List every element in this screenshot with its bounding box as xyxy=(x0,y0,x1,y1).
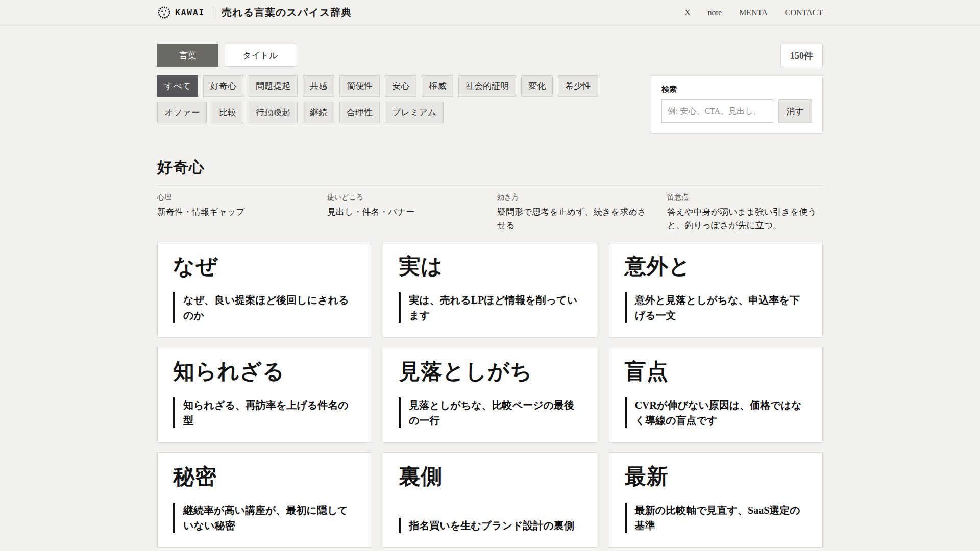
word-card[interactable]: 意外と 意外と見落としがちな、申込率を下げる一文 xyxy=(609,242,823,338)
brand-area: KAWAI 売れる言葉のスパイス辞典 xyxy=(157,6,352,19)
word-card[interactable]: 盲点 CVRが伸びない原因は、価格ではなく導線の盲点です xyxy=(609,347,823,443)
word-card-title: 見落としがち xyxy=(399,360,581,383)
word-card-title: 裏側 xyxy=(399,465,581,488)
filter-offer[interactable]: オファー xyxy=(157,102,207,123)
meta-label: 留意点 xyxy=(667,193,823,202)
meta-how-it-works: 効き方 疑問形で思考を止めず、続きを求めさせる xyxy=(497,193,653,233)
header-divider xyxy=(213,6,213,19)
word-card-example: 実は、売れるLPほど情報を削っています xyxy=(399,292,581,323)
tab-words[interactable]: 言葉 xyxy=(157,44,218,67)
search-input[interactable] xyxy=(662,99,773,123)
meta-where-to-use: 使いどころ 見出し・件名・バナー xyxy=(327,193,483,233)
meta-caution: 留意点 答えや中身が弱いまま強い引きを使うと、釣りっぽさが先に立つ。 xyxy=(667,193,823,233)
word-card-example: CVRが伸びない原因は、価格ではなく導線の盲点です xyxy=(625,397,807,428)
search-panel: 検索 消す xyxy=(651,75,823,134)
filter-authority[interactable]: 権威 xyxy=(422,75,453,97)
filter-continuity[interactable]: 継続 xyxy=(303,102,334,123)
nav-link-x[interactable]: X xyxy=(684,8,691,17)
filter-safety[interactable]: 安心 xyxy=(385,75,416,97)
category-meta: 心理 新奇性・情報ギャップ 使いどころ 見出し・件名・バナー 効き方 疑問形で思… xyxy=(157,193,823,233)
nav-link-menta[interactable]: MENTA xyxy=(739,8,768,17)
word-card-title: 知られざる xyxy=(173,360,355,383)
clear-search-button[interactable]: 消す xyxy=(778,99,812,123)
filter-problem[interactable]: 問題提起 xyxy=(249,75,298,97)
nav-link-contact[interactable]: CONTACT xyxy=(785,8,823,17)
word-card-title: 意外と xyxy=(625,255,807,278)
filter-comparison[interactable]: 比較 xyxy=(212,102,243,123)
section-divider xyxy=(157,185,823,186)
meta-value: 新奇性・情報ギャップ xyxy=(157,206,313,219)
word-card-example: 継続率が高い講座が、最初に隠していない秘密 xyxy=(173,503,355,533)
filter-rationality[interactable]: 合理性 xyxy=(339,102,380,123)
filter-scarcity[interactable]: 希少性 xyxy=(558,75,598,97)
word-card-example: 最新の比較軸で見直す、SaaS選定の基準 xyxy=(625,503,807,533)
word-card[interactable]: 裏側 指名買いを生むブランド設計の裏側 xyxy=(383,452,597,548)
word-card-example: なぜ、良い提案ほど後回しにされるのか xyxy=(173,292,355,323)
meta-label: 心理 xyxy=(157,193,313,202)
meta-value: 見出し・件名・バナー xyxy=(327,206,483,219)
word-card-example: 指名買いを生むブランド設計の裏側 xyxy=(399,518,581,533)
result-count-badge: 150件 xyxy=(780,44,823,67)
filter-premium[interactable]: プレミアム xyxy=(385,102,444,123)
filter-simplicity[interactable]: 簡便性 xyxy=(339,75,380,97)
filter-call-to-action[interactable]: 行動喚起 xyxy=(249,102,298,123)
pixel-face-icon xyxy=(157,6,171,19)
mode-tabs: 言葉 タイトル xyxy=(157,44,296,67)
word-card[interactable]: 知られざる 知られざる、再訪率を上げる件名の型 xyxy=(157,347,371,443)
filter-curiosity[interactable]: 好奇心 xyxy=(203,75,243,97)
tab-titles[interactable]: タイトル xyxy=(225,44,296,67)
filter-social-proof[interactable]: 社会的証明 xyxy=(458,75,516,97)
meta-label: 効き方 xyxy=(497,193,653,202)
word-cards-grid: なぜ なぜ、良い提案ほど後回しにされるのか 実は 実は、売れるLPほど情報を削っ… xyxy=(157,242,823,551)
word-card-title: 盲点 xyxy=(625,360,807,383)
word-card-title: 実は xyxy=(399,255,581,278)
nav-link-note[interactable]: note xyxy=(708,8,722,17)
word-card[interactable]: なぜ なぜ、良い提案ほど後回しにされるのか xyxy=(157,242,371,338)
word-card-example: 見落としがちな、比較ページの最後の一行 xyxy=(399,397,581,428)
word-card[interactable]: 実は 実は、売れるLPほど情報を削っています xyxy=(383,242,597,338)
word-card-example: 意外と見落としがちな、申込率を下げる一文 xyxy=(625,292,807,323)
category-filters: すべて 好奇心 問題提起 共感 簡便性 安心 権威 社会的証明 変化 希少性 オ… xyxy=(157,75,632,123)
section-title: 好奇心 xyxy=(157,157,823,178)
category-section: 好奇心 心理 新奇性・情報ギャップ 使いどころ 見出し・件名・バナー 効き方 疑… xyxy=(157,157,823,551)
filter-empathy[interactable]: 共感 xyxy=(303,75,334,97)
meta-value: 疑問形で思考を止めず、続きを求めさせる xyxy=(497,206,653,233)
search-label: 検索 xyxy=(662,85,812,94)
toolbar-top: 言葉 タイトル 150件 xyxy=(157,44,823,67)
site-title: 売れる言葉のスパイス辞典 xyxy=(222,6,352,19)
meta-value: 答えや中身が弱いまま強い引きを使うと、釣りっぽさが先に立つ。 xyxy=(667,206,823,233)
word-card-example: 知られざる、再訪率を上げる件名の型 xyxy=(173,397,355,428)
brand-name: KAWAI xyxy=(175,8,205,17)
brand-logo[interactable]: KAWAI xyxy=(157,6,205,19)
word-card[interactable]: 秘密 継続率が高い講座が、最初に隠していない秘密 xyxy=(157,452,371,548)
filter-all[interactable]: すべて xyxy=(157,75,198,97)
meta-label: 使いどころ xyxy=(327,193,483,202)
word-card[interactable]: 見落としがち 見落としがちな、比較ページの最後の一行 xyxy=(383,347,597,443)
word-card-title: なぜ xyxy=(173,255,355,278)
main-nav: X note MENTA CONTACT xyxy=(667,8,823,17)
site-header: KAWAI 売れる言葉のスパイス辞典 X note MENTA CONTACT xyxy=(0,0,980,26)
word-card[interactable]: 最新 最新の比較軸で見直す、SaaS選定の基準 xyxy=(609,452,823,548)
word-card-title: 最新 xyxy=(625,465,807,488)
main-content: 言葉 タイトル 150件 すべて 好奇心 問題提起 共感 簡便性 安心 権威 社… xyxy=(157,44,823,551)
toolbar-filters: すべて 好奇心 問題提起 共感 簡便性 安心 権威 社会的証明 変化 希少性 オ… xyxy=(157,75,823,134)
word-card-title: 秘密 xyxy=(173,465,355,488)
meta-psychology: 心理 新奇性・情報ギャップ xyxy=(157,193,313,233)
filter-change[interactable]: 変化 xyxy=(521,75,553,97)
